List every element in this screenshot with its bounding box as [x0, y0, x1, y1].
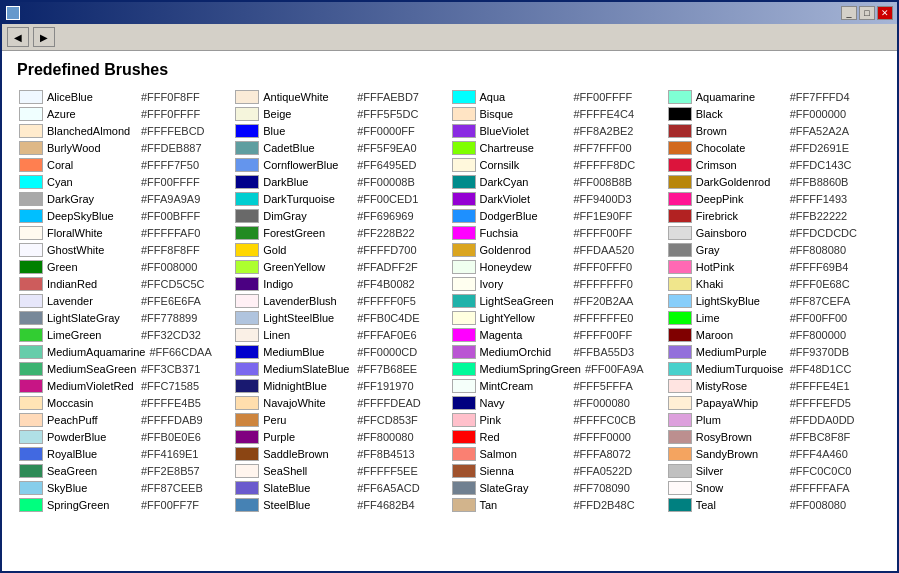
list-item: DarkGray#FFA9A9A9	[17, 191, 233, 207]
color-name: Fuchsia	[480, 227, 570, 239]
color-swatch	[19, 481, 43, 495]
list-item: Maroon#FF800000	[666, 327, 882, 343]
list-item: Magenta#FFFF00FF	[450, 327, 666, 343]
color-hex: #FF4B0082	[357, 278, 414, 290]
back-button[interactable]: ◀	[7, 27, 29, 47]
color-name: Sienna	[480, 465, 570, 477]
list-item: Silver#FFC0C0C0	[666, 463, 882, 479]
list-item: Honeydew#FFF0FFF0	[450, 259, 666, 275]
color-swatch	[235, 379, 259, 393]
color-name: Bisque	[480, 108, 570, 120]
color-name: Blue	[263, 125, 353, 137]
color-swatch	[19, 243, 43, 257]
color-name: DarkTurquoise	[263, 193, 353, 205]
color-name: MediumVioletRed	[47, 380, 137, 392]
list-item: PeachPuff#FFFFDAB9	[17, 412, 233, 428]
color-swatch	[235, 498, 259, 512]
list-item: AntiqueWhite#FFFAEBD7	[233, 89, 449, 105]
color-swatch	[235, 141, 259, 155]
color-swatch	[452, 158, 476, 172]
color-name: IndianRed	[47, 278, 137, 290]
list-item: SpringGreen#FF00FF7F	[17, 497, 233, 513]
color-name: PapayaWhip	[696, 397, 786, 409]
title-bar: _ □ ✕	[2, 2, 897, 24]
maximize-button[interactable]: □	[859, 6, 875, 20]
color-swatch	[452, 311, 476, 325]
list-item: Tan#FFD2B48C	[450, 497, 666, 513]
list-item: Purple#FF800080	[233, 429, 449, 445]
color-hex: #FFDCDCDC	[790, 227, 857, 239]
list-item: Goldenrod#FFDAA520	[450, 242, 666, 258]
color-hex: #FF5F9EA0	[357, 142, 416, 154]
forward-button[interactable]: ▶	[33, 27, 55, 47]
color-swatch	[452, 209, 476, 223]
color-hex: #FF87CEFA	[790, 295, 851, 307]
color-name: Magenta	[480, 329, 570, 341]
color-hex: #FF8A2BE2	[574, 125, 634, 137]
color-hex: #FFFF00FF	[574, 329, 633, 341]
color-name: MediumPurple	[696, 346, 786, 358]
color-hex: #FF00CED1	[357, 193, 418, 205]
color-hex: #FFFFF8DC	[574, 159, 636, 171]
color-hex: #FFFFE4E1	[790, 380, 850, 392]
color-name: LightSlateGray	[47, 312, 137, 324]
color-hex: #FF6495ED	[357, 159, 416, 171]
color-name: LightYellow	[480, 312, 570, 324]
color-name: Black	[696, 108, 786, 120]
color-name: Red	[480, 431, 570, 443]
color-name: SandyBrown	[696, 448, 786, 460]
color-swatch	[235, 481, 259, 495]
color-name: SpringGreen	[47, 499, 137, 511]
color-swatch	[19, 362, 43, 376]
color-name: Brown	[696, 125, 786, 137]
color-name: MediumOrchid	[480, 346, 570, 358]
list-item: BurlyWood#FFDEB887	[17, 140, 233, 156]
color-name: Chocolate	[696, 142, 786, 154]
color-hex: #FF00FA9A	[585, 363, 644, 375]
list-item: DeepPink#FFFF1493	[666, 191, 882, 207]
close-button[interactable]: ✕	[877, 6, 893, 20]
list-item: Indigo#FF4B0082	[233, 276, 449, 292]
color-hex: #FFFFF5EE	[357, 465, 418, 477]
list-item: Ivory#FFFFFFF0	[450, 276, 666, 292]
color-name: DarkViolet	[480, 193, 570, 205]
color-name: CornflowerBlue	[263, 159, 353, 171]
list-item: HotPink#FFFF69B4	[666, 259, 882, 275]
color-swatch	[235, 277, 259, 291]
list-item: SeaShell#FFFFF5EE	[233, 463, 449, 479]
color-swatch	[235, 260, 259, 274]
list-item: Coral#FFFF7F50	[17, 157, 233, 173]
color-swatch	[668, 226, 692, 240]
color-name: LightSteelBlue	[263, 312, 353, 324]
color-name: Beige	[263, 108, 353, 120]
color-swatch	[19, 209, 43, 223]
color-swatch	[19, 311, 43, 325]
page-title: Predefined Brushes	[17, 61, 882, 79]
color-swatch	[235, 243, 259, 257]
color-swatch	[452, 175, 476, 189]
color-hex: #FF000080	[574, 397, 630, 409]
title-buttons: _ □ ✕	[841, 6, 893, 20]
color-hex: #FF800000	[790, 329, 846, 341]
color-swatch	[668, 362, 692, 376]
list-item: DodgerBlue#FF1E90FF	[450, 208, 666, 224]
color-name: MediumSlateBlue	[263, 363, 353, 375]
list-item: Peru#FFCD853F	[233, 412, 449, 428]
color-name: MediumAquamarine	[47, 346, 145, 358]
color-hex: #FF0000CD	[357, 346, 417, 358]
list-item: MediumOrchid#FFBA55D3	[450, 344, 666, 360]
list-item: BlanchedAlmond#FFFFEBCD	[17, 123, 233, 139]
color-swatch	[452, 260, 476, 274]
color-hex: #FFFFFFE0	[574, 312, 634, 324]
color-name: Ivory	[480, 278, 570, 290]
list-item: MediumSpringGreen#FF00FA9A	[450, 361, 666, 377]
color-name: GreenYellow	[263, 261, 353, 273]
color-hex: #FF32CD32	[141, 329, 201, 341]
list-item: Brown#FFA52A2A	[666, 123, 882, 139]
color-swatch	[235, 192, 259, 206]
minimize-button[interactable]: _	[841, 6, 857, 20]
color-hex: #FF48D1CC	[790, 363, 852, 375]
list-item: Firebrick#FFB22222	[666, 208, 882, 224]
color-name: Cornsilk	[480, 159, 570, 171]
color-hex: #FF7FFF00	[574, 142, 632, 154]
